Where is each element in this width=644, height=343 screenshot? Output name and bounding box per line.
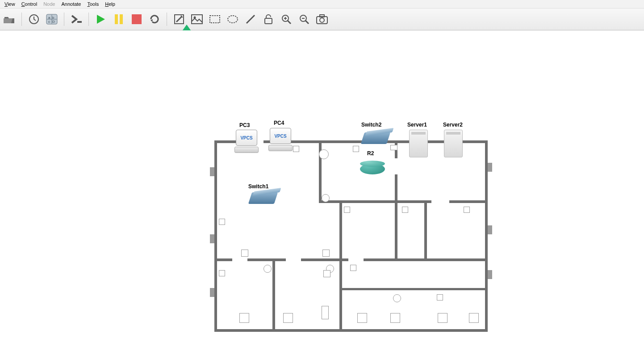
workspace-canvas[interactable]: PC3 PC4 Switch1 Switch2 R2 Server1 Serve… xyxy=(0,30,644,343)
pc4-node[interactable]: VPCS xyxy=(268,128,293,151)
lock-button[interactable] xyxy=(262,13,275,26)
switch1-node[interactable] xyxy=(248,192,278,204)
server2-node[interactable] xyxy=(444,130,463,157)
menu-help[interactable]: Help xyxy=(103,1,117,7)
add-note-button[interactable] xyxy=(172,13,186,26)
toolbar: abcD xyxy=(0,8,644,30)
menu-node[interactable]: Node xyxy=(42,1,57,7)
floorplan-background xyxy=(214,140,488,332)
svg-rect-28 xyxy=(320,15,324,17)
pc3-node[interactable]: VPCS xyxy=(234,130,259,153)
menu-tools[interactable]: Tools xyxy=(85,1,100,7)
svg-text:D: D xyxy=(52,20,55,24)
menu-view[interactable]: View xyxy=(3,1,17,7)
svg-point-14 xyxy=(194,17,196,19)
insert-picture-button[interactable] xyxy=(190,13,204,26)
separator xyxy=(167,13,167,26)
svg-point-16 xyxy=(228,16,238,23)
pc4-label: PC4 xyxy=(274,120,284,126)
pc4-badge: VPCS xyxy=(274,134,286,139)
console-button[interactable] xyxy=(70,13,83,26)
manage-snapshots-button[interactable]: abcD xyxy=(45,13,59,26)
open-project-button[interactable] xyxy=(3,13,16,26)
switch1-label: Switch1 xyxy=(248,183,268,190)
svg-rect-15 xyxy=(210,16,220,23)
switch2-node[interactable] xyxy=(361,132,390,144)
switch2-label: Switch2 xyxy=(361,122,381,128)
pc3-label: PC3 xyxy=(239,122,250,128)
draw-ellipse-button[interactable] xyxy=(226,13,239,26)
draw-line-button[interactable] xyxy=(244,13,257,26)
server1-node[interactable] xyxy=(409,130,428,157)
pc3-badge: VPCS xyxy=(240,136,252,140)
svg-line-17 xyxy=(247,15,255,23)
suspend-all-button[interactable] xyxy=(112,13,125,26)
svg-rect-11 xyxy=(132,14,142,24)
svg-point-27 xyxy=(320,18,324,22)
menu-control[interactable]: Control xyxy=(20,1,39,7)
reload-all-button[interactable] xyxy=(148,13,161,26)
separator xyxy=(21,13,22,26)
start-all-button[interactable] xyxy=(94,13,108,26)
server2-label: Server2 xyxy=(443,122,463,128)
draw-rectangle-button[interactable] xyxy=(208,13,222,26)
svg-rect-10 xyxy=(120,14,123,24)
stop-all-button[interactable] xyxy=(130,13,143,26)
svg-rect-18 xyxy=(265,18,272,24)
svg-line-24 xyxy=(305,21,309,24)
r2-node[interactable] xyxy=(360,164,385,174)
svg-line-20 xyxy=(288,21,291,24)
zoom-out-button[interactable] xyxy=(297,13,311,26)
svg-rect-9 xyxy=(115,14,118,24)
separator xyxy=(64,13,64,26)
svg-rect-8 xyxy=(77,21,82,23)
separator xyxy=(88,13,89,26)
clock-button[interactable] xyxy=(27,13,41,26)
r2-label: R2 xyxy=(367,150,374,157)
menu-annotate[interactable]: Annotate xyxy=(59,1,83,7)
screenshot-button[interactable] xyxy=(315,13,329,26)
server1-label: Server1 xyxy=(407,122,427,128)
svg-text:c: c xyxy=(48,20,50,24)
zoom-in-button[interactable] xyxy=(280,13,293,26)
menubar: View Control Node Annotate Tools Help xyxy=(0,0,644,8)
